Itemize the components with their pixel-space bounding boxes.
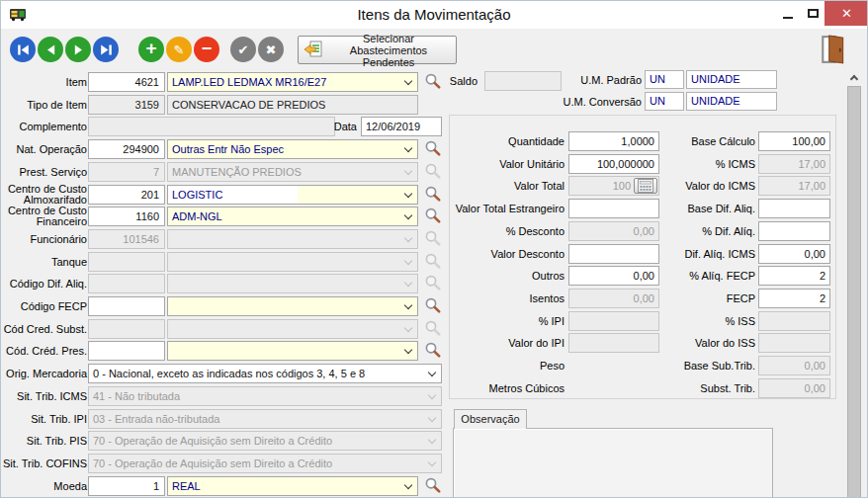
nat-operacao-code-input[interactable]: 294900 <box>88 139 165 159</box>
date-input[interactable]: 12/06/2019 <box>361 117 442 136</box>
maximize-button[interactable] <box>801 1 825 26</box>
values-panel: Quantidade1,0000Valor Unitário100,000000… <box>449 115 836 399</box>
vertical-scrollbar[interactable] <box>846 68 862 498</box>
tanque-code-input <box>88 252 165 272</box>
lookup-icon <box>423 252 442 271</box>
orig-mercadoria-combo[interactable]: 0 - Nacional, exceto as indicadas nos có… <box>88 364 442 383</box>
dropdown-arrow-icon <box>404 301 412 309</box>
prest-servico-combo: MANUTENÇÃO PREDIOS <box>167 162 418 182</box>
moeda-code-input[interactable]: 1 <box>88 476 165 496</box>
scrollbar-up-button[interactable] <box>846 68 862 86</box>
label-nat-operacao: Nat. Operação <box>1 139 87 159</box>
dropdown-arrow-icon <box>404 234 412 242</box>
lookup-icon[interactable] <box>423 341 442 360</box>
codigo-dif-aliq-code-input <box>88 274 165 293</box>
exit-door-icon <box>822 35 845 64</box>
itens-movimentacao-window: Itens da Movimentação ✕ + ✎ − ✔ ✖ Seleci… <box>0 0 868 498</box>
observacao-textarea[interactable] <box>453 428 773 498</box>
fecp-field[interactable]: 2 <box>758 289 830 308</box>
base-dif-aliq-field[interactable] <box>758 199 830 218</box>
label-sit-trib-cofins: Sit. Trib. COFINS <box>1 454 87 473</box>
label-valor-total: Valor Total <box>444 176 564 196</box>
codigo-fecp-combo[interactable] <box>167 296 418 316</box>
label-saldo: Saldo <box>432 71 477 91</box>
label-codigo-dif-aliq: Código Dif. Aliq. <box>1 274 87 293</box>
label-prest-servico: Prest. Serviço <box>1 162 87 182</box>
label-sit-trib-ipi: Sit. Trib. IPI <box>1 409 87 429</box>
lookup-icon <box>423 162 442 181</box>
label-dif-aliq-icms: Dif. Alíq. ICMS <box>634 244 755 264</box>
valor-do-iss-field <box>758 333 830 353</box>
label-outros: Outros <box>444 266 564 286</box>
codigo-fecp-code-input[interactable] <box>88 296 165 316</box>
tab-observacao[interactable]: Observação <box>454 409 527 429</box>
label-centro-de-custo-financeiro: Centro de Custo Financeiro <box>1 207 87 226</box>
icms-field: 17,00 <box>758 154 830 174</box>
sit-trib-icms-value: 41 - Não tributada <box>93 390 180 402</box>
lookup-icon[interactable] <box>423 296 442 315</box>
lookup-icon[interactable] <box>423 139 442 158</box>
cod-cred-pres-combo[interactable] <box>167 341 418 361</box>
moeda-value: REAL <box>172 480 201 492</box>
centro-de-custo-financeiro-code-input[interactable]: 1160 <box>88 207 165 226</box>
dif-aliq-field[interactable] <box>758 221 830 241</box>
row-sit-trib-pis: Sit. Trib. PIS70 - Operação de Aquisição… <box>1 431 448 451</box>
row-codigo-fecp: Código FECP <box>1 296 448 316</box>
sit-trib-icms-combo: 41 - Não tributada <box>88 386 442 406</box>
label-desconto: % Desconto <box>444 221 564 241</box>
label-cod-cred-subst: Cód Cred. Subst. <box>1 319 87 339</box>
orig-mercadoria-value: 0 - Nacional, exceto as indicadas nos có… <box>93 368 365 379</box>
row-nat-operacao: Nat. Operação294900Outras Entr Não Espec <box>1 139 448 159</box>
dropdown-arrow-icon <box>428 436 436 444</box>
minimize-button[interactable] <box>776 1 800 26</box>
um-conversao-desc: UNIDADE <box>686 92 777 111</box>
row-complemento: ComplementoData12/06/2019 <box>1 117 448 136</box>
item-code-input[interactable]: 4621 <box>88 72 165 92</box>
dropdown-arrow-icon <box>404 167 412 175</box>
close-button[interactable]: ✕ <box>825 1 868 26</box>
base-calculo-field[interactable]: 100,00 <box>758 131 830 151</box>
cod-cred-pres-code-input[interactable] <box>88 341 165 361</box>
label-ipi: % IPI <box>444 311 564 331</box>
label-dif-aliq: % Dif. Alíq. <box>634 221 755 241</box>
lookup-icon[interactable] <box>423 476 442 495</box>
label-tanque: Tanque <box>1 252 87 272</box>
dropdown-arrow-icon <box>404 190 412 198</box>
nat-operacao-combo[interactable]: Outras Entr Não Espec <box>167 139 418 159</box>
label-isentos: Isentos <box>444 289 564 308</box>
dropdown-arrow-icon <box>404 279 412 287</box>
exit-button[interactable] <box>822 35 845 64</box>
scrollbar-up-icon <box>850 74 858 82</box>
label-valor-do-icms: Valor do ICMS <box>634 176 755 196</box>
close-icon: ✕ <box>841 6 852 21</box>
row-centro-de-custo-financeiro: Centro de Custo Financeiro1160ADM-NGL <box>1 207 448 226</box>
row-prest-servico: Prest. Serviço7MANUTENÇÃO PREDIOS <box>1 162 448 182</box>
label-data: Data <box>327 117 357 136</box>
label-quantidade: Quantidade <box>444 131 564 151</box>
aliq-fecp-field[interactable]: 2 <box>758 266 830 286</box>
label-peso: Peso <box>444 356 564 375</box>
sit-trib-ipi-value: 03 - Entrada não-tributada <box>93 413 219 425</box>
lookup-icon[interactable] <box>423 207 442 225</box>
moeda-combo[interactable]: REAL <box>167 476 418 496</box>
dropdown-arrow-icon <box>404 77 412 85</box>
dif-aliq-icms-field[interactable]: 0,00 <box>758 244 830 264</box>
centro-de-custo-financeiro-combo[interactable]: ADM-NGL <box>167 207 418 226</box>
item-combo[interactable]: LAMP.LED LEDMAX MR16/E27 <box>167 72 418 92</box>
label-base-calculo: Base Cálculo <box>634 131 755 151</box>
label-funcionario: Funcionário <box>1 229 87 249</box>
scrollbar-thumb[interactable] <box>847 86 861 498</box>
label-codigo-fecp: Código FECP <box>1 296 87 316</box>
centro-de-custo-almoxarifado-combo[interactable]: LOGISTIC <box>167 185 418 205</box>
nat-operacao-value: Outras Entr Não Espec <box>172 143 284 155</box>
label-valor-do-iss: Valor do ISS <box>634 333 755 353</box>
label-um-padrao: U.M. Padrão <box>531 70 642 90</box>
complemento-field <box>88 117 335 136</box>
funcionario-combo <box>167 229 418 249</box>
label-valor-desconto: Valor Desconto <box>444 244 564 264</box>
sit-trib-pis-value: 70 - Operação de Aquisição sem Direito a… <box>93 435 332 447</box>
lookup-icon[interactable] <box>423 185 442 204</box>
centro-de-custo-almoxarifado-code-input[interactable]: 201 <box>88 185 165 205</box>
label-valor-total-estrangeiro: Valor Total Estrangeiro <box>444 199 564 218</box>
codigo-dif-aliq-combo <box>167 274 418 293</box>
